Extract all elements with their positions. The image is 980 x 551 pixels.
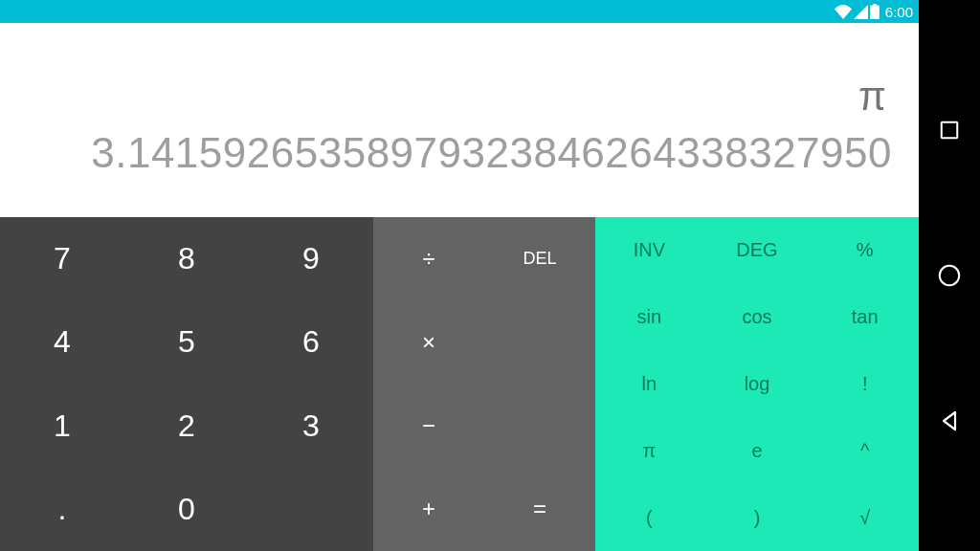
status-time: 6:00 <box>885 4 913 20</box>
equals-button[interactable]: = <box>484 468 595 551</box>
empty-op-slot-2 <box>484 385 595 468</box>
scientific-pad: INV DEG % sin cos tan ln log ! π e ^ ( )… <box>595 217 919 551</box>
expression-line: π <box>858 74 892 120</box>
status-bar: 6:00 <box>0 0 919 23</box>
digit-8-button[interactable]: 8 <box>124 217 249 300</box>
digit-7-button[interactable]: 7 <box>0 217 124 300</box>
power-button[interactable]: ^ <box>811 417 919 484</box>
degree-mode-button[interactable]: DEG <box>703 217 812 284</box>
e-button[interactable]: e <box>703 417 812 484</box>
inverse-button[interactable]: INV <box>595 217 703 284</box>
digit-5-button[interactable]: 5 <box>124 300 249 384</box>
android-nav-bar <box>919 0 980 551</box>
keypad: 7 8 9 4 5 6 1 2 3 . 0 = ÷ DEL × − + <box>0 217 919 551</box>
svg-point-1 <box>940 266 959 285</box>
log-button[interactable]: log <box>703 351 812 418</box>
percent-button[interactable]: % <box>811 217 919 284</box>
right-paren-button[interactable]: ) <box>703 484 812 551</box>
svg-rect-0 <box>942 122 958 139</box>
digit-9-button[interactable]: 9 <box>249 217 373 300</box>
battery-icon <box>870 4 880 19</box>
ln-button[interactable]: ln <box>595 351 703 418</box>
sqrt-button[interactable]: √ <box>811 484 919 551</box>
tan-button[interactable]: tan <box>811 284 919 351</box>
multiply-button[interactable]: × <box>373 300 484 384</box>
digit-4-button[interactable]: 4 <box>0 300 124 384</box>
operator-pad: ÷ DEL × − + = <box>373 217 595 551</box>
divide-button[interactable]: ÷ <box>373 217 484 300</box>
sin-button[interactable]: sin <box>595 284 703 351</box>
digit-pad: 7 8 9 4 5 6 1 2 3 . 0 = <box>0 217 373 551</box>
calculator-display: π 3.14159265358979323846264338327950 <box>0 23 919 217</box>
decimal-point-button[interactable]: . <box>0 468 124 551</box>
digit-0-button[interactable]: 0 <box>124 468 249 551</box>
cos-button[interactable]: cos <box>703 284 812 351</box>
pi-button[interactable]: π <box>595 417 703 484</box>
wifi-icon <box>835 5 852 19</box>
digit-1-button[interactable]: 1 <box>0 385 124 468</box>
delete-button[interactable]: DEL <box>484 217 595 300</box>
digit-6-button[interactable]: 6 <box>249 300 373 384</box>
digit-2-button[interactable]: 2 <box>124 385 249 468</box>
minus-button[interactable]: − <box>373 385 484 468</box>
recent-apps-button[interactable] <box>926 107 972 153</box>
left-paren-button[interactable]: ( <box>595 484 703 551</box>
plus-button[interactable]: + <box>373 468 484 551</box>
cellular-icon <box>854 5 868 19</box>
digit-3-button[interactable]: 3 <box>249 385 373 468</box>
factorial-button[interactable]: ! <box>811 351 919 418</box>
empty-op-slot-1 <box>484 300 595 384</box>
result-line: 3.14159265358979323846264338327950 <box>91 129 892 177</box>
home-button[interactable] <box>926 253 972 298</box>
back-button[interactable] <box>926 398 972 444</box>
